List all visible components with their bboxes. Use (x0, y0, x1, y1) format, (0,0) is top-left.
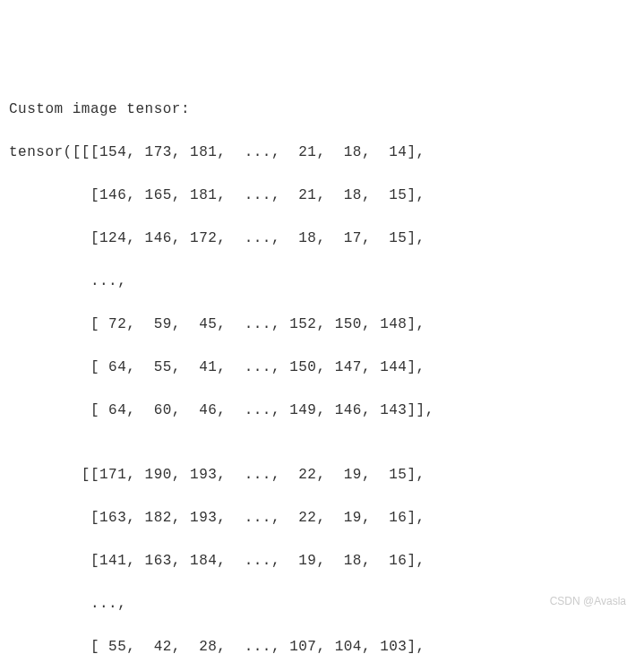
tensor-line: [ 64, 60, 46, ..., 149, 146, 143]], (9, 400, 635, 421)
tensor-line: [ 64, 55, 41, ..., 150, 147, 144], (9, 357, 635, 378)
watermark: CSDN @Avasla (550, 593, 626, 609)
tensor-line: [ 55, 42, 28, ..., 107, 104, 103], (9, 636, 635, 654)
tensor-line: [163, 182, 193, ..., 22, 19, 16], (9, 507, 635, 529)
header-line: Custom image tensor: (9, 99, 635, 120)
tensor-line: tensor([[[154, 173, 181, ..., 21, 18, 14… (9, 142, 635, 163)
tensor-line: [ 72, 59, 45, ..., 152, 150, 148], (9, 314, 635, 335)
tensor-line: [141, 163, 184, ..., 19, 18, 16], (9, 550, 635, 572)
tensor-line: [146, 165, 181, ..., 21, 18, 15], (9, 185, 635, 206)
tensor-line: [124, 146, 172, ..., 18, 17, 15], (9, 228, 635, 249)
tensor-line: ..., (9, 271, 635, 292)
tensor-line: [[171, 190, 193, ..., 22, 19, 15], (9, 464, 635, 486)
tensor-line: ..., (9, 593, 635, 615)
